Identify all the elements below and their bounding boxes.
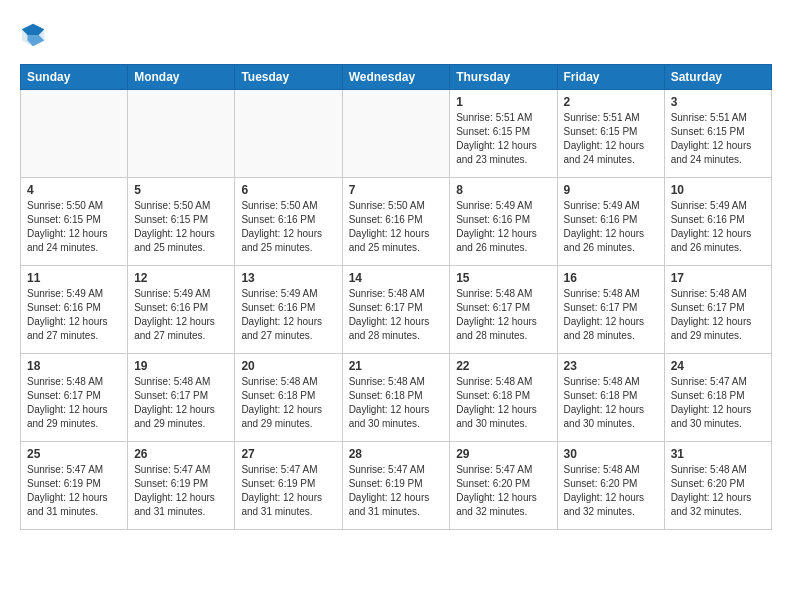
day-info: Sunrise: 5:51 AM Sunset: 6:15 PM Dayligh… — [671, 111, 765, 167]
logo-icon — [20, 20, 48, 48]
week-row-2: 4Sunrise: 5:50 AM Sunset: 6:15 PM Daylig… — [21, 178, 772, 266]
calendar-cell-3-6: 16Sunrise: 5:48 AM Sunset: 6:17 PM Dayli… — [557, 266, 664, 354]
calendar-cell-3-3: 13Sunrise: 5:49 AM Sunset: 6:16 PM Dayli… — [235, 266, 342, 354]
day-number: 10 — [671, 183, 765, 197]
day-info: Sunrise: 5:50 AM Sunset: 6:16 PM Dayligh… — [241, 199, 335, 255]
day-number: 20 — [241, 359, 335, 373]
day-info: Sunrise: 5:49 AM Sunset: 6:16 PM Dayligh… — [241, 287, 335, 343]
day-number: 5 — [134, 183, 228, 197]
calendar-cell-4-3: 20Sunrise: 5:48 AM Sunset: 6:18 PM Dayli… — [235, 354, 342, 442]
week-row-5: 25Sunrise: 5:47 AM Sunset: 6:19 PM Dayli… — [21, 442, 772, 530]
day-info: Sunrise: 5:47 AM Sunset: 6:18 PM Dayligh… — [671, 375, 765, 431]
day-number: 6 — [241, 183, 335, 197]
day-info: Sunrise: 5:49 AM Sunset: 6:16 PM Dayligh… — [27, 287, 121, 343]
day-number: 25 — [27, 447, 121, 461]
calendar-cell-1-3 — [235, 90, 342, 178]
calendar-cell-1-5: 1Sunrise: 5:51 AM Sunset: 6:15 PM Daylig… — [450, 90, 557, 178]
calendar: SundayMondayTuesdayWednesdayThursdayFrid… — [20, 64, 772, 530]
calendar-cell-4-6: 23Sunrise: 5:48 AM Sunset: 6:18 PM Dayli… — [557, 354, 664, 442]
day-info: Sunrise: 5:50 AM Sunset: 6:16 PM Dayligh… — [349, 199, 444, 255]
weekday-header-thursday: Thursday — [450, 65, 557, 90]
day-info: Sunrise: 5:51 AM Sunset: 6:15 PM Dayligh… — [564, 111, 658, 167]
day-number: 22 — [456, 359, 550, 373]
weekday-header-saturday: Saturday — [664, 65, 771, 90]
day-info: Sunrise: 5:47 AM Sunset: 6:19 PM Dayligh… — [27, 463, 121, 519]
day-info: Sunrise: 5:48 AM Sunset: 6:17 PM Dayligh… — [564, 287, 658, 343]
calendar-cell-5-5: 29Sunrise: 5:47 AM Sunset: 6:20 PM Dayli… — [450, 442, 557, 530]
day-number: 13 — [241, 271, 335, 285]
day-number: 11 — [27, 271, 121, 285]
day-number: 27 — [241, 447, 335, 461]
day-info: Sunrise: 5:48 AM Sunset: 6:18 PM Dayligh… — [456, 375, 550, 431]
calendar-cell-1-2 — [128, 90, 235, 178]
calendar-cell-5-1: 25Sunrise: 5:47 AM Sunset: 6:19 PM Dayli… — [21, 442, 128, 530]
day-info: Sunrise: 5:49 AM Sunset: 6:16 PM Dayligh… — [456, 199, 550, 255]
weekday-header-friday: Friday — [557, 65, 664, 90]
day-info: Sunrise: 5:48 AM Sunset: 6:20 PM Dayligh… — [671, 463, 765, 519]
day-number: 2 — [564, 95, 658, 109]
day-info: Sunrise: 5:50 AM Sunset: 6:15 PM Dayligh… — [27, 199, 121, 255]
day-info: Sunrise: 5:48 AM Sunset: 6:17 PM Dayligh… — [134, 375, 228, 431]
day-number: 30 — [564, 447, 658, 461]
day-info: Sunrise: 5:48 AM Sunset: 6:17 PM Dayligh… — [27, 375, 121, 431]
day-number: 26 — [134, 447, 228, 461]
calendar-cell-2-1: 4Sunrise: 5:50 AM Sunset: 6:15 PM Daylig… — [21, 178, 128, 266]
calendar-cell-3-1: 11Sunrise: 5:49 AM Sunset: 6:16 PM Dayli… — [21, 266, 128, 354]
calendar-cell-4-5: 22Sunrise: 5:48 AM Sunset: 6:18 PM Dayli… — [450, 354, 557, 442]
calendar-cell-3-2: 12Sunrise: 5:49 AM Sunset: 6:16 PM Dayli… — [128, 266, 235, 354]
week-row-4: 18Sunrise: 5:48 AM Sunset: 6:17 PM Dayli… — [21, 354, 772, 442]
calendar-cell-3-4: 14Sunrise: 5:48 AM Sunset: 6:17 PM Dayli… — [342, 266, 450, 354]
calendar-cell-1-6: 2Sunrise: 5:51 AM Sunset: 6:15 PM Daylig… — [557, 90, 664, 178]
calendar-cell-2-5: 8Sunrise: 5:49 AM Sunset: 6:16 PM Daylig… — [450, 178, 557, 266]
calendar-cell-1-1 — [21, 90, 128, 178]
weekday-header-sunday: Sunday — [21, 65, 128, 90]
calendar-cell-1-7: 3Sunrise: 5:51 AM Sunset: 6:15 PM Daylig… — [664, 90, 771, 178]
day-number: 15 — [456, 271, 550, 285]
day-info: Sunrise: 5:50 AM Sunset: 6:15 PM Dayligh… — [134, 199, 228, 255]
day-number: 17 — [671, 271, 765, 285]
week-row-3: 11Sunrise: 5:49 AM Sunset: 6:16 PM Dayli… — [21, 266, 772, 354]
calendar-cell-4-7: 24Sunrise: 5:47 AM Sunset: 6:18 PM Dayli… — [664, 354, 771, 442]
calendar-cell-2-3: 6Sunrise: 5:50 AM Sunset: 6:16 PM Daylig… — [235, 178, 342, 266]
page-header — [20, 20, 772, 48]
calendar-cell-2-2: 5Sunrise: 5:50 AM Sunset: 6:15 PM Daylig… — [128, 178, 235, 266]
day-number: 1 — [456, 95, 550, 109]
day-number: 24 — [671, 359, 765, 373]
calendar-cell-2-6: 9Sunrise: 5:49 AM Sunset: 6:16 PM Daylig… — [557, 178, 664, 266]
weekday-header-monday: Monday — [128, 65, 235, 90]
day-number: 19 — [134, 359, 228, 373]
day-number: 7 — [349, 183, 444, 197]
day-number: 31 — [671, 447, 765, 461]
calendar-cell-3-7: 17Sunrise: 5:48 AM Sunset: 6:17 PM Dayli… — [664, 266, 771, 354]
weekday-header-wednesday: Wednesday — [342, 65, 450, 90]
calendar-cell-5-7: 31Sunrise: 5:48 AM Sunset: 6:20 PM Dayli… — [664, 442, 771, 530]
weekday-header-tuesday: Tuesday — [235, 65, 342, 90]
calendar-cell-5-3: 27Sunrise: 5:47 AM Sunset: 6:19 PM Dayli… — [235, 442, 342, 530]
calendar-cell-5-6: 30Sunrise: 5:48 AM Sunset: 6:20 PM Dayli… — [557, 442, 664, 530]
day-number: 16 — [564, 271, 658, 285]
day-number: 3 — [671, 95, 765, 109]
calendar-cell-2-7: 10Sunrise: 5:49 AM Sunset: 6:16 PM Dayli… — [664, 178, 771, 266]
day-number: 12 — [134, 271, 228, 285]
day-info: Sunrise: 5:48 AM Sunset: 6:17 PM Dayligh… — [456, 287, 550, 343]
day-number: 8 — [456, 183, 550, 197]
day-number: 18 — [27, 359, 121, 373]
day-number: 4 — [27, 183, 121, 197]
weekday-header-row: SundayMondayTuesdayWednesdayThursdayFrid… — [21, 65, 772, 90]
day-info: Sunrise: 5:47 AM Sunset: 6:20 PM Dayligh… — [456, 463, 550, 519]
calendar-cell-3-5: 15Sunrise: 5:48 AM Sunset: 6:17 PM Dayli… — [450, 266, 557, 354]
day-number: 14 — [349, 271, 444, 285]
calendar-cell-5-2: 26Sunrise: 5:47 AM Sunset: 6:19 PM Dayli… — [128, 442, 235, 530]
day-number: 23 — [564, 359, 658, 373]
day-number: 29 — [456, 447, 550, 461]
day-info: Sunrise: 5:48 AM Sunset: 6:18 PM Dayligh… — [349, 375, 444, 431]
day-number: 21 — [349, 359, 444, 373]
day-info: Sunrise: 5:47 AM Sunset: 6:19 PM Dayligh… — [349, 463, 444, 519]
day-info: Sunrise: 5:49 AM Sunset: 6:16 PM Dayligh… — [564, 199, 658, 255]
week-row-1: 1Sunrise: 5:51 AM Sunset: 6:15 PM Daylig… — [21, 90, 772, 178]
calendar-cell-1-4 — [342, 90, 450, 178]
day-info: Sunrise: 5:48 AM Sunset: 6:18 PM Dayligh… — [241, 375, 335, 431]
logo — [20, 20, 52, 48]
day-number: 9 — [564, 183, 658, 197]
day-info: Sunrise: 5:48 AM Sunset: 6:17 PM Dayligh… — [349, 287, 444, 343]
